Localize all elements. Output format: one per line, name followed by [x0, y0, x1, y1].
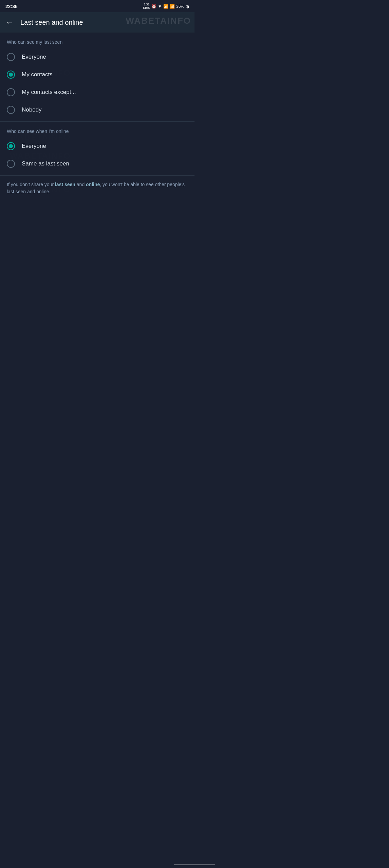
radio-inner-online-everyone: [9, 144, 13, 148]
last-seen-option-mycontacts[interactable]: My contacts: [0, 66, 194, 83]
info-text-container: If you don't share your last seen and on…: [0, 176, 194, 202]
radio-circle-mycontacts: [7, 71, 15, 79]
battery-icon: ◑: [186, 4, 189, 9]
info-text-online-link: online: [86, 182, 100, 187]
radio-label-online-everyone: Everyone: [22, 143, 46, 150]
signal-icon-2: 📶: [170, 4, 175, 9]
status-icons: 3.31KB/S ⏰ ▼ 📶 📶 36% ◑: [143, 3, 189, 10]
toolbar-watermark: WABETAINFO: [126, 16, 191, 26]
radio-label-everyone: Everyone: [22, 54, 46, 60]
radio-label-mycontactsexcept: My contacts except...: [22, 89, 76, 96]
status-time: 22:36: [5, 4, 18, 9]
last-seen-section: Who can see my last seen Everyone My con…: [0, 33, 194, 122]
back-button[interactable]: ←: [5, 18, 14, 27]
page-title: Last seen and online: [20, 19, 83, 26]
info-text-last-seen-link: last seen: [55, 182, 75, 187]
kbs-indicator: 3.31KB/S: [143, 3, 150, 10]
radio-label-samelastseen: Same as last seen: [22, 160, 69, 167]
radio-circle-everyone: [7, 53, 15, 61]
online-section-title: Who can see when I'm online: [0, 129, 194, 134]
toolbar: ← Last seen and online WABETAINFO: [0, 12, 194, 33]
radio-label-mycontacts: My contacts: [22, 71, 53, 78]
online-option-everyone[interactable]: Everyone: [0, 137, 194, 155]
last-seen-option-nobody[interactable]: Nobody: [0, 101, 194, 119]
alarm-icon: ⏰: [151, 4, 156, 9]
radio-label-nobody: Nobody: [22, 106, 42, 113]
last-seen-option-mycontactsexcept[interactable]: My contacts except...: [0, 83, 194, 101]
radio-circle-nobody: [7, 106, 15, 114]
battery-text: 36%: [176, 4, 184, 9]
online-option-samelastseen[interactable]: Same as last seen: [0, 155, 194, 173]
info-text-middle: and: [75, 182, 86, 187]
last-seen-section-title: Who can see my last seen: [0, 39, 194, 45]
radio-circle-samelastseen: [7, 160, 15, 168]
online-section: Who can see when I'm online Everyone Sam…: [0, 122, 194, 176]
status-bar: 22:36 3.31KB/S ⏰ ▼ 📶 📶 36% ◑: [0, 0, 194, 12]
radio-circle-mycontactsexcept: [7, 88, 15, 96]
signal-icon-1: 📶: [163, 4, 168, 9]
last-seen-option-everyone[interactable]: Everyone: [0, 48, 194, 66]
info-text-prefix: If you don't share your: [7, 182, 55, 187]
radio-inner-mycontacts: [9, 73, 13, 77]
wifi-icon: ▼: [158, 4, 162, 9]
radio-circle-online-everyone: [7, 142, 15, 150]
